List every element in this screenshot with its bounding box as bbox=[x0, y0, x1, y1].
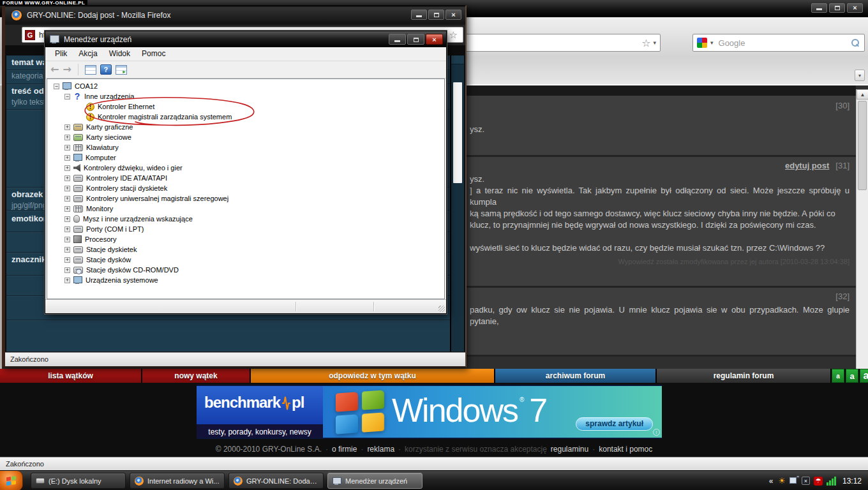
tray-overflow-icon[interactable]: « bbox=[769, 477, 774, 486]
font-size-button[interactable]: a bbox=[846, 369, 858, 383]
tree-item[interactable]: +Porty (COM i LPT) bbox=[47, 224, 444, 234]
tree-expand-icon[interactable]: + bbox=[64, 186, 70, 191]
page-scrollbar[interactable]: ▲ bbox=[856, 89, 868, 369]
tree-item[interactable]: +Komputer bbox=[47, 152, 444, 163]
close-button[interactable]: × bbox=[847, 3, 863, 13]
tree-item[interactable]: +Karty sieciowe bbox=[47, 132, 444, 142]
menu-widok[interactable]: Widok bbox=[103, 47, 136, 61]
tree-item[interactable]: +Procesory bbox=[47, 234, 444, 244]
tree-expand-icon[interactable]: + bbox=[64, 226, 70, 232]
bookmark-star-icon[interactable]: ☆ bbox=[641, 37, 650, 49]
page-scrollbar[interactable] bbox=[450, 56, 464, 352]
tree-expand-icon[interactable]: + bbox=[64, 155, 70, 161]
tree-collapse-icon[interactable]: − bbox=[64, 94, 70, 100]
show-action-pane-icon[interactable]: ▸ bbox=[116, 65, 127, 75]
scroll-up-button[interactable]: ▲ bbox=[857, 89, 868, 100]
sprawdz-artykul-button[interactable]: sprawdz artykuł bbox=[576, 417, 653, 431]
restore-button[interactable] bbox=[829, 3, 845, 13]
footer-link[interactable]: reklama bbox=[367, 445, 394, 454]
tree-expand-icon[interactable]: + bbox=[64, 206, 70, 212]
tree-item[interactable]: +Kontrolery stacji dyskietek bbox=[47, 183, 444, 193]
forum-nav-button[interactable]: odpowiedz w tym wątku bbox=[251, 369, 494, 383]
tree-item[interactable]: +Monitory bbox=[47, 204, 444, 214]
chevron-down-icon[interactable]: ▾ bbox=[710, 40, 714, 46]
tree-expand-icon[interactable]: + bbox=[64, 175, 70, 181]
tree-expand-icon[interactable]: + bbox=[64, 135, 70, 140]
show-console-tree-icon[interactable] bbox=[85, 65, 96, 75]
search-input[interactable]: ▾ Google bbox=[692, 34, 865, 52]
forum-nav-button[interactable]: lista wątków bbox=[0, 369, 141, 383]
tree-item[interactable]: !Kontroler Ethernet bbox=[47, 101, 444, 112]
antivirus-tray-icon[interactable]: ☂ bbox=[814, 477, 823, 486]
signal-bars-icon[interactable] bbox=[827, 477, 836, 486]
taskbar-button[interactable]: (E:) Dysk lokalny bbox=[31, 473, 126, 489]
minimize-button[interactable] bbox=[811, 3, 827, 13]
tree-expand-icon[interactable]: + bbox=[64, 124, 70, 130]
windows7-ad-banner[interactable]: benchmark pl testy, porady, konkursy, ne… bbox=[197, 385, 662, 439]
taskbar-button[interactable]: Internet radiowy a Wi... bbox=[130, 473, 225, 489]
chevron-down-icon[interactable]: ▾ bbox=[653, 40, 656, 46]
forum-nav-button[interactable]: archiwum forum bbox=[495, 369, 655, 383]
tree-item[interactable]: +Stacje dyskietek bbox=[47, 244, 444, 255]
ad-info-icon[interactable]: i bbox=[653, 429, 660, 436]
tree-collapse-icon[interactable]: − bbox=[54, 84, 59, 89]
minimize-button[interactable] bbox=[411, 10, 427, 20]
resize-grip[interactable] bbox=[438, 306, 445, 312]
tree-expand-icon[interactable]: + bbox=[64, 165, 70, 171]
forum-nav-button[interactable]: nowy wątek bbox=[142, 369, 250, 383]
footer-link[interactable]: kontakt i pomoc bbox=[599, 445, 652, 454]
disabled-tray-icon[interactable]: × bbox=[802, 477, 810, 485]
edit-post-link[interactable]: edytuj post bbox=[785, 161, 829, 170]
tree-item[interactable]: +Mysz i inne urządzenia wskazujące bbox=[47, 214, 444, 224]
tree-expand-icon[interactable]: + bbox=[64, 237, 70, 242]
maximize-button[interactable] bbox=[428, 10, 444, 20]
google-icon[interactable] bbox=[697, 38, 707, 48]
network-tray-icon[interactable] bbox=[789, 477, 798, 484]
search-icon[interactable] bbox=[851, 39, 859, 47]
weather-tray-icon[interactable]: ☀ bbox=[778, 476, 786, 486]
tree-item[interactable]: !Kontroler magistrali zarządzania system… bbox=[47, 112, 444, 122]
tree-item[interactable]: +Karty graficzne bbox=[47, 122, 444, 132]
menu-plik[interactable]: Plik bbox=[49, 47, 73, 61]
tree-expand-icon[interactable]: + bbox=[64, 278, 70, 283]
font-size-button[interactable]: a bbox=[832, 369, 844, 383]
minimize-button[interactable] bbox=[389, 34, 406, 45]
footer-link[interactable]: o firmie bbox=[332, 445, 357, 454]
tree-expand-icon[interactable]: + bbox=[64, 267, 70, 273]
tree-expand-icon[interactable]: + bbox=[64, 216, 70, 222]
tree-item[interactable]: +Stacje dysków CD-ROM/DVD bbox=[47, 265, 444, 275]
font-size-button[interactable]: a bbox=[860, 369, 868, 383]
menu-akcja[interactable]: Akcja bbox=[73, 47, 103, 61]
tree-item[interactable]: +Klawiatury bbox=[47, 142, 444, 152]
footer-link[interactable]: regulaminu bbox=[551, 445, 588, 454]
tree-item[interactable]: +Kontrolery IDE ATA/ATAPI bbox=[47, 173, 444, 183]
help-icon[interactable]: ? bbox=[100, 64, 112, 75]
tree-expand-icon[interactable]: + bbox=[64, 247, 70, 253]
close-button[interactable]: × bbox=[445, 10, 461, 20]
tree-item[interactable]: +Kontrolery dźwięku, wideo i gier bbox=[47, 163, 444, 173]
start-button[interactable] bbox=[0, 471, 23, 490]
scrollbar-thumb[interactable] bbox=[858, 101, 867, 190]
firefox-titlebar[interactable]: GRY-ONLINE: Dodaj post - Mozilla Firefox… bbox=[5, 7, 465, 24]
tree-expand-icon[interactable]: + bbox=[64, 257, 70, 263]
forward-icon[interactable]: → bbox=[63, 63, 71, 76]
taskbar-button[interactable]: Menedżer urządzeń bbox=[327, 473, 423, 489]
tree-item[interactable]: −COA12 bbox=[47, 81, 444, 91]
computer-icon bbox=[63, 82, 71, 90]
back-icon[interactable]: ← bbox=[50, 63, 59, 76]
menu-pomoc[interactable]: Pomoc bbox=[136, 47, 171, 61]
tree-item[interactable]: +Stacje dysków bbox=[47, 255, 444, 265]
tree-item[interactable]: −?Inne urządzenia bbox=[47, 91, 444, 101]
maximize-button[interactable] bbox=[407, 34, 424, 45]
close-button[interactable]: × bbox=[426, 34, 443, 45]
device-manager-titlebar[interactable]: Menedżer urządzeń × bbox=[45, 31, 446, 47]
tree-expand-icon[interactable]: + bbox=[64, 196, 70, 202]
taskbar-button[interactable]: GRY-ONLINE: Dodaj p... bbox=[228, 473, 324, 489]
forum-nav-button[interactable]: regulamin forum bbox=[657, 369, 830, 383]
bookmarks-overflow-button[interactable]: ▾ bbox=[855, 70, 865, 81]
tree-expand-icon[interactable]: + bbox=[64, 145, 70, 151]
scrollbar-thumb[interactable] bbox=[453, 82, 462, 183]
tree-item[interactable]: +Kontrolery uniwersalnej magistrali szer… bbox=[47, 193, 444, 204]
tree-item[interactable]: +Urządzenia systemowe bbox=[47, 275, 444, 285]
bookmark-star-icon[interactable]: ☆ bbox=[449, 29, 458, 41]
